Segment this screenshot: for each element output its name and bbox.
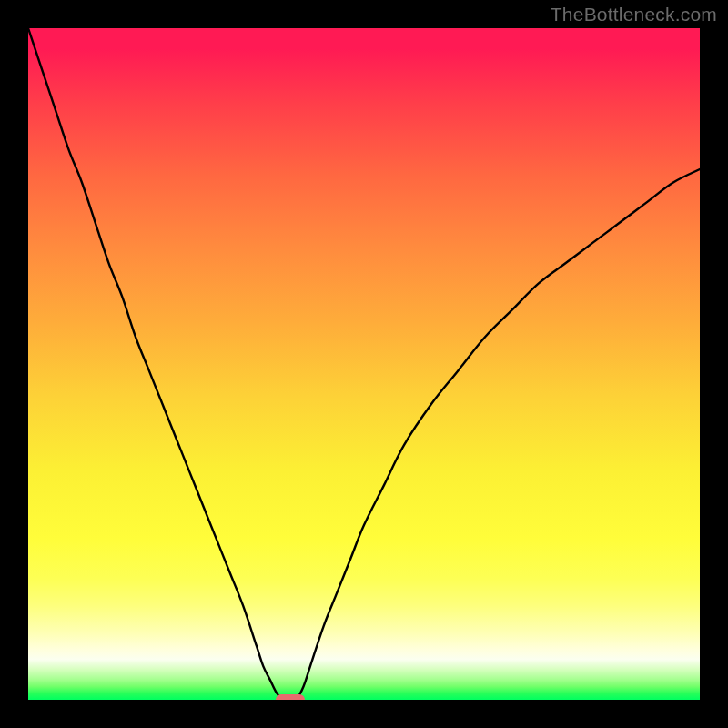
curve-layer bbox=[28, 28, 700, 700]
plot-area bbox=[28, 28, 700, 700]
curve-left-branch bbox=[28, 28, 283, 700]
watermark-text: TheBottleneck.com bbox=[551, 4, 717, 25]
curve-right-branch bbox=[297, 169, 700, 700]
bottleneck-marker bbox=[276, 694, 305, 700]
chart-frame: TheBottleneck.com bbox=[0, 0, 728, 728]
